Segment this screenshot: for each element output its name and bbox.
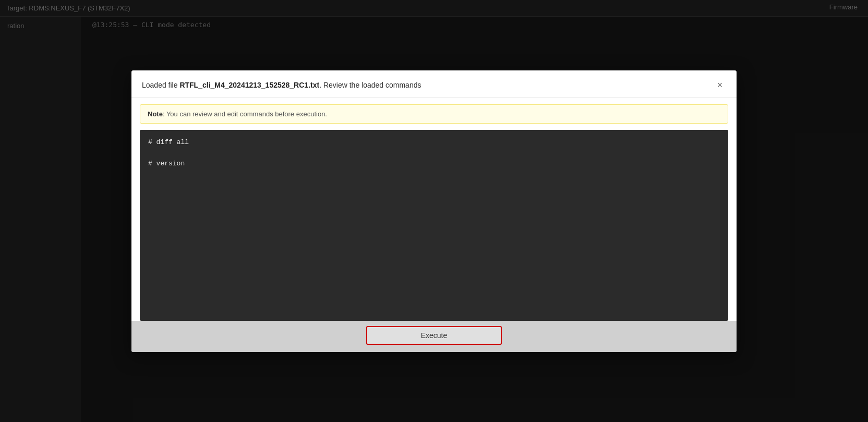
modal-header: Loaded file RTFL_cli_M4_20241213_152528_… [131, 70, 737, 98]
modal-code-area[interactable] [140, 130, 728, 321]
loaded-prefix: Loaded file [142, 81, 179, 89]
modal-footer: Execute [131, 321, 737, 352]
modal-dialog: Loaded file RTFL_cli_M4_20241213_152528_… [131, 70, 737, 352]
execute-button[interactable]: Execute [366, 326, 502, 345]
modal-overlay: Loaded file RTFL_cli_M4_20241213_152528_… [0, 0, 868, 422]
code-textarea[interactable] [140, 130, 728, 166]
loaded-suffix: . Review the loaded commands [319, 81, 421, 89]
modal-close-button[interactable]: × [714, 79, 726, 91]
note-text: : You can review and edit commands befor… [163, 110, 327, 118]
note-label: Note [148, 110, 163, 118]
modal-filename: RTFL_cli_M4_20241213_152528_RC1.txt [179, 81, 319, 89]
modal-note-bar: Note: You can review and edit commands b… [140, 104, 728, 124]
modal-header-text: Loaded file RTFL_cli_M4_20241213_152528_… [142, 81, 421, 89]
